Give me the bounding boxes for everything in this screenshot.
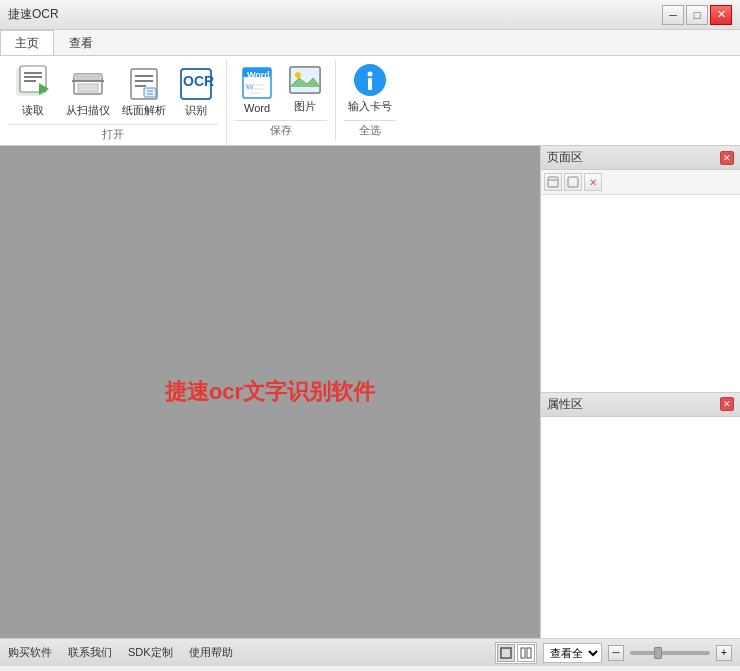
ribbon-item-read[interactable]: 读取 bbox=[8, 60, 58, 120]
svg-rect-38 bbox=[527, 648, 531, 658]
attr-panel-header: 属性区 ✕ bbox=[541, 393, 740, 417]
page-panel: 页面区 ✕ ✕ bbox=[541, 146, 740, 393]
svg-text:W: W bbox=[246, 82, 254, 91]
ribbon-item-analyze[interactable]: 纸面解析 bbox=[118, 64, 170, 120]
svg-point-31 bbox=[368, 72, 373, 77]
zoom-slider[interactable] bbox=[630, 651, 710, 655]
tab-main[interactable]: 主页 bbox=[0, 30, 54, 55]
statusbar: 购买软件 联系我们 SDK定制 使用帮助 查看全 50% 75% 100% 12… bbox=[0, 638, 740, 666]
ribbon-group-open: 读取 从扫描仪 bbox=[0, 60, 227, 145]
ribbon-group-save: Word W Word bbox=[227, 60, 336, 141]
ribbon-items-open: 读取 从扫描仪 bbox=[8, 60, 218, 124]
main-layout: 捷速ocr文字识别软件 页面区 ✕ bbox=[0, 146, 740, 638]
statusbar-sdk[interactable]: SDK定制 bbox=[128, 645, 173, 660]
right-panels: 页面区 ✕ ✕ bbox=[540, 146, 740, 638]
attr-panel: 属性区 ✕ bbox=[541, 393, 740, 639]
menubar: 主页 查看 bbox=[0, 30, 740, 56]
zoom-in-button[interactable]: + bbox=[716, 645, 732, 661]
image-icon bbox=[287, 62, 323, 98]
svg-rect-8 bbox=[78, 84, 98, 92]
svg-rect-28 bbox=[290, 67, 320, 93]
selectall-group-label: 全选 bbox=[344, 120, 396, 141]
statusbar-help[interactable]: 使用帮助 bbox=[189, 645, 233, 660]
ribbon-items-selectall: 输入卡号 bbox=[344, 60, 396, 120]
image-label: 图片 bbox=[294, 99, 316, 114]
recognize-icon: OCR bbox=[178, 66, 214, 102]
minimize-button[interactable]: ─ bbox=[662, 5, 684, 25]
inputcard-label: 输入卡号 bbox=[348, 99, 392, 114]
ribbon-item-inputcard[interactable]: 输入卡号 bbox=[344, 60, 396, 116]
page-panel-header: 页面区 ✕ bbox=[541, 146, 740, 170]
scan-label: 从扫描仪 bbox=[66, 103, 110, 118]
app-title: 捷速OCR bbox=[8, 6, 59, 23]
view-mode-1[interactable] bbox=[497, 644, 515, 662]
page-add-button[interactable] bbox=[544, 173, 562, 191]
read-label: 读取 bbox=[22, 103, 44, 118]
view-mode-2[interactable] bbox=[517, 644, 535, 662]
page-delete-button[interactable]: ✕ bbox=[584, 173, 602, 191]
canvas-watermark: 捷速ocr文字识别软件 bbox=[165, 377, 375, 407]
info-icon bbox=[352, 62, 388, 98]
page-clear-button[interactable] bbox=[564, 173, 582, 191]
page-panel-title: 页面区 bbox=[547, 149, 583, 166]
save-group-label: 保存 bbox=[235, 120, 327, 141]
tab-view[interactable]: 查看 bbox=[54, 30, 108, 55]
word-icon: Word W bbox=[239, 65, 275, 101]
ribbon: 读取 从扫描仪 bbox=[0, 56, 740, 146]
ribbon-group-selectall: 输入卡号 全选 bbox=[336, 60, 404, 141]
read-icon bbox=[13, 62, 53, 102]
word-label: Word bbox=[244, 102, 270, 114]
svg-rect-35 bbox=[568, 177, 578, 187]
close-button[interactable]: ✕ bbox=[710, 5, 732, 25]
recognize-label: 识别 bbox=[185, 103, 207, 118]
ribbon-item-word[interactable]: Word W Word bbox=[235, 63, 279, 116]
svg-text:OCR: OCR bbox=[183, 73, 214, 89]
ribbon-item-image[interactable]: 图片 bbox=[283, 60, 327, 116]
zoom-select[interactable]: 查看全 50% 75% 100% 125% 150% bbox=[543, 643, 602, 663]
statusbar-contact[interactable]: 联系我们 bbox=[68, 645, 112, 660]
window-controls: ─ □ ✕ bbox=[662, 5, 732, 25]
view-mode-buttons bbox=[495, 642, 537, 664]
attr-panel-content bbox=[541, 417, 740, 639]
svg-rect-32 bbox=[368, 78, 372, 90]
scan-icon bbox=[70, 66, 106, 102]
page-panel-content bbox=[541, 195, 740, 392]
canvas-area: 捷速ocr文字识别软件 bbox=[0, 146, 540, 638]
open-group-label: 打开 bbox=[8, 124, 218, 145]
titlebar: 捷速OCR ─ □ ✕ bbox=[0, 0, 740, 30]
maximize-button[interactable]: □ bbox=[686, 5, 708, 25]
svg-rect-7 bbox=[74, 74, 102, 80]
svg-rect-33 bbox=[548, 177, 558, 187]
ribbon-item-recognize[interactable]: OCR 识别 bbox=[174, 64, 218, 120]
svg-text:Word: Word bbox=[247, 70, 270, 80]
ribbon-item-scan[interactable]: 从扫描仪 bbox=[62, 64, 114, 120]
svg-point-29 bbox=[295, 72, 301, 78]
analyze-icon bbox=[126, 66, 162, 102]
svg-rect-14 bbox=[144, 88, 156, 97]
ribbon-items-save: Word W Word bbox=[235, 60, 327, 120]
svg-rect-37 bbox=[521, 648, 525, 658]
analyze-label: 纸面解析 bbox=[122, 103, 166, 118]
statusbar-right: 查看全 50% 75% 100% 125% 150% ─ + bbox=[495, 642, 732, 664]
page-panel-close[interactable]: ✕ bbox=[720, 151, 734, 165]
statusbar-buy[interactable]: 购买软件 bbox=[8, 645, 52, 660]
attr-panel-title: 属性区 bbox=[547, 396, 583, 413]
attr-panel-close[interactable]: ✕ bbox=[720, 397, 734, 411]
zoom-out-button[interactable]: ─ bbox=[608, 645, 624, 661]
svg-rect-36 bbox=[501, 648, 511, 658]
page-panel-toolbar: ✕ bbox=[541, 170, 740, 195]
svg-rect-9 bbox=[72, 80, 104, 82]
